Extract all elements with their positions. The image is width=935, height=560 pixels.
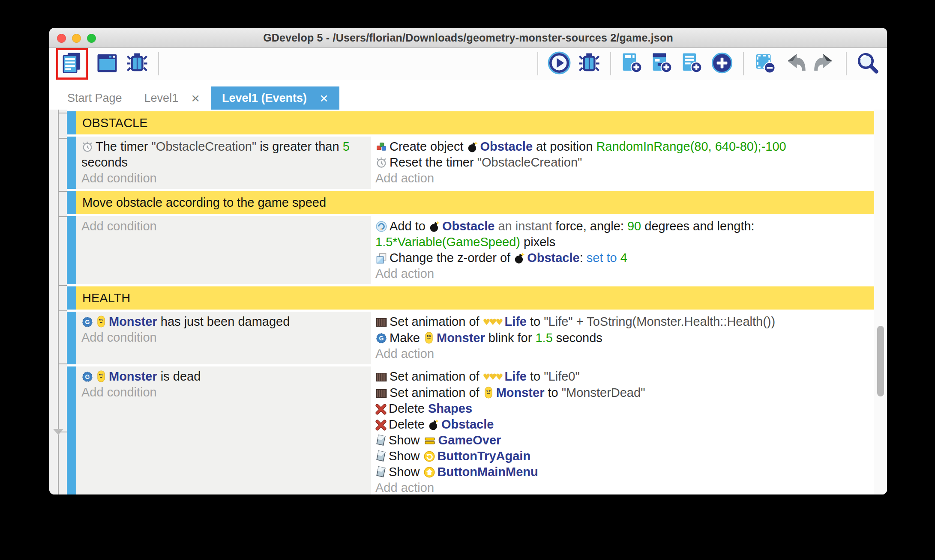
conditions-column[interactable]: GMonster is deadAdd condition bbox=[76, 366, 371, 494]
scene-editor-icon-button[interactable] bbox=[95, 51, 120, 76]
event-group-header[interactable]: OBSTACLE bbox=[76, 111, 874, 134]
tab-bar: Start PageLevel1×Level1 (Events)× bbox=[49, 80, 887, 110]
actions-column[interactable]: Set animation of ♥♥♥Life to "Life" + ToS… bbox=[371, 312, 874, 364]
redo-icon-button[interactable] bbox=[812, 51, 837, 76]
add-condition-button[interactable]: Add condition bbox=[81, 330, 363, 346]
actions-column[interactable]: Set animation of ♥♥♥Life to "Life0"Set a… bbox=[371, 366, 874, 494]
delete-icon bbox=[375, 404, 387, 415]
action-line[interactable]: Set animation of Monster to "MonsterDead… bbox=[375, 385, 870, 401]
minimize-window-button[interactable] bbox=[72, 34, 81, 43]
add-action-button[interactable]: Add action bbox=[375, 266, 870, 282]
mainmenu-icon bbox=[423, 466, 435, 478]
add-subevent-icon-button[interactable] bbox=[650, 51, 674, 76]
conditions-column[interactable]: Add condition bbox=[76, 216, 371, 284]
event-selection-bar[interactable] bbox=[67, 216, 76, 284]
conditions-column[interactable]: GMonster has just been damagedAdd condit… bbox=[76, 312, 371, 364]
undo-icon-button[interactable] bbox=[782, 51, 807, 76]
toolbar-left-group bbox=[56, 48, 162, 80]
force-icon bbox=[375, 220, 387, 232]
svg-text:G: G bbox=[379, 335, 384, 342]
event-group[interactable]: OBSTACLE bbox=[67, 111, 874, 134]
search-icon-button[interactable] bbox=[855, 51, 880, 76]
show-icon bbox=[375, 465, 387, 478]
add-action-button[interactable]: Add action bbox=[375, 170, 870, 186]
event-selection-bar[interactable] bbox=[67, 286, 76, 310]
action-line[interactable]: Show GameOver bbox=[375, 432, 870, 448]
event-selection-bar[interactable] bbox=[67, 191, 76, 214]
tab-start-page[interactable]: Start Page bbox=[56, 86, 133, 110]
condition-line[interactable]: The timer "ObstacleCreation" is greater … bbox=[81, 139, 363, 170]
action-line[interactable]: Reset the timer "ObstacleCreation" bbox=[375, 155, 870, 170]
event-selection-bar[interactable] bbox=[67, 137, 76, 189]
debug-icon-button[interactable] bbox=[125, 51, 150, 76]
action-line[interactable]: Show ButtonMainMenu bbox=[375, 464, 870, 480]
event-selection-bar[interactable] bbox=[67, 111, 76, 134]
zoom-window-button[interactable] bbox=[87, 34, 96, 43]
event-body: The timer "ObstacleCreation" is greater … bbox=[76, 137, 874, 189]
add-comment-icon-button[interactable] bbox=[680, 51, 704, 76]
event-selection-bar[interactable] bbox=[67, 312, 76, 364]
add-condition-button[interactable]: Add condition bbox=[81, 218, 363, 234]
tree-tick bbox=[58, 113, 67, 113]
actions-column[interactable]: Add to Obstacle an instant force, angle:… bbox=[371, 216, 874, 284]
event-body: GMonster has just been damagedAdd condit… bbox=[76, 312, 874, 364]
toolbar-right-group bbox=[534, 51, 880, 76]
tree-tick bbox=[58, 285, 67, 286]
event-group[interactable]: HEALTH bbox=[67, 286, 874, 310]
debug-icon-button[interactable] bbox=[577, 51, 602, 76]
action-line[interactable]: GMake Monster blink for 1.5 seconds bbox=[375, 330, 870, 346]
add-condition-button[interactable]: Add condition bbox=[81, 170, 363, 186]
show-icon bbox=[375, 434, 387, 447]
action-line[interactable]: Set animation of ♥♥♥Life to "Life0" bbox=[375, 369, 870, 385]
event-group-header[interactable]: HEALTH bbox=[76, 286, 874, 310]
tab-close-button[interactable]: × bbox=[320, 91, 328, 105]
conditions-column[interactable]: The timer "ObstacleCreation" is greater … bbox=[76, 137, 371, 189]
title-bar: GDevelop 5 - /Users/florian/Downloads/ge… bbox=[49, 28, 887, 48]
action-line[interactable]: Delete Shapes bbox=[375, 401, 870, 417]
add-action-button[interactable]: Add action bbox=[375, 480, 870, 494]
anim-icon bbox=[375, 372, 387, 383]
action-line[interactable]: Show ButtonTryAgain bbox=[375, 448, 870, 464]
remove-selection-icon-button[interactable] bbox=[752, 51, 777, 76]
scrollbar-thumb[interactable] bbox=[877, 326, 884, 396]
bomb-icon bbox=[467, 141, 478, 153]
play-icon bbox=[548, 51, 571, 76]
add-action-button[interactable]: Add action bbox=[375, 346, 870, 362]
tab-level1[interactable]: Level1× bbox=[133, 86, 211, 110]
condition-line[interactable]: GMonster has just been damaged bbox=[81, 314, 363, 330]
toolbar-divider bbox=[846, 52, 847, 75]
monster-icon bbox=[96, 370, 107, 383]
monster-icon bbox=[96, 315, 107, 328]
play-icon-button[interactable] bbox=[547, 51, 572, 76]
event-group[interactable]: Move obstacle according to the game spee… bbox=[67, 191, 874, 214]
event-row: GMonster is deadAdd conditionSet animati… bbox=[67, 366, 874, 494]
actions-column[interactable]: Create object Obstacle at position Rando… bbox=[371, 137, 874, 189]
delete-icon bbox=[375, 420, 387, 431]
action-line[interactable]: Create object Obstacle at position Rando… bbox=[375, 139, 870, 155]
svg-text:G: G bbox=[85, 373, 90, 380]
zorder-icon bbox=[375, 252, 387, 264]
event-selection-bar[interactable] bbox=[67, 366, 76, 494]
event-group-header[interactable]: Move obstacle according to the game spee… bbox=[76, 191, 874, 214]
close-window-button[interactable] bbox=[57, 34, 66, 43]
condition-line[interactable]: GMonster is dead bbox=[81, 369, 363, 384]
event-body: GMonster is deadAdd conditionSet animati… bbox=[76, 366, 874, 494]
traffic-lights bbox=[57, 34, 96, 43]
action-line[interactable]: Delete Obstacle bbox=[375, 417, 870, 432]
add-event-icon-button[interactable] bbox=[620, 51, 644, 76]
tree-tick bbox=[58, 216, 67, 217]
redo-icon bbox=[813, 51, 836, 76]
action-line[interactable]: Change the z-order of Obstacle: set to 4 bbox=[375, 250, 870, 266]
tab-close-button[interactable]: × bbox=[191, 91, 200, 105]
action-line[interactable]: Set animation of ♥♥♥Life to "Life" + ToS… bbox=[375, 314, 870, 330]
events-sheet-icon-button-highlighted[interactable] bbox=[56, 48, 88, 80]
action-line[interactable]: Add to Obstacle an instant force, angle:… bbox=[375, 218, 870, 250]
undo-icon bbox=[783, 51, 806, 76]
tab-level1-events-[interactable]: Level1 (Events)× bbox=[211, 86, 339, 110]
tab-label: Start Page bbox=[67, 92, 122, 105]
add-circle-icon-button[interactable] bbox=[710, 51, 734, 76]
scrollbar-track[interactable] bbox=[874, 110, 887, 494]
add-condition-button[interactable]: Add condition bbox=[81, 384, 363, 400]
bomb-icon bbox=[428, 419, 439, 431]
tree-tick bbox=[58, 138, 67, 139]
